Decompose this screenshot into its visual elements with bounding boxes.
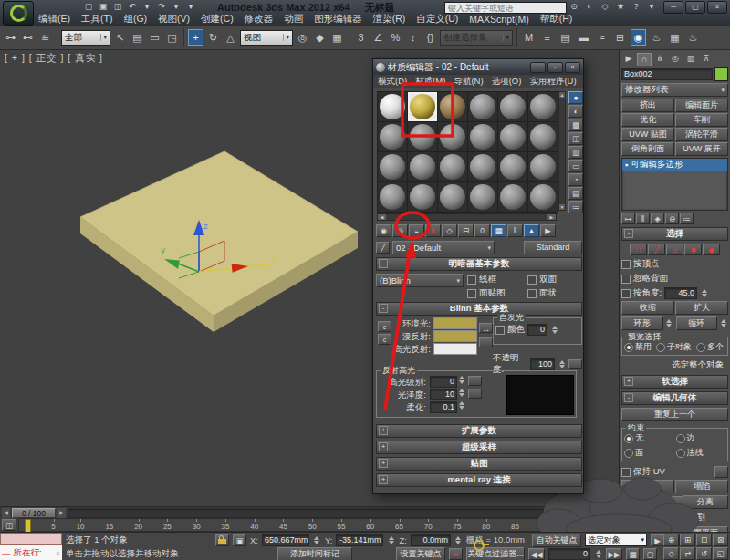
rollout-extended-parameters[interactable]: + 扩展参数 [376, 424, 582, 438]
me-menu-item[interactable]: 模式(D) [378, 76, 407, 88]
go-to-end-icon[interactable]: ▶▶ [606, 548, 622, 560]
show-end-result-icon[interactable]: ‖ [636, 213, 650, 224]
me-menu-item[interactable]: 实用程序(U) [529, 76, 576, 88]
glossiness-field[interactable]: 10 [430, 389, 457, 400]
snap-toggle-3-icon[interactable]: 3 [353, 29, 369, 46]
orbit-icon[interactable]: ↺ [696, 547, 712, 560]
grow-button[interactable]: 扩大 [675, 301, 728, 315]
infocenter-icon[interactable]: ◐ [583, 1, 596, 13]
open-file-icon[interactable]: ▣ [97, 1, 110, 13]
material-type-button[interactable]: Standard [524, 241, 582, 254]
set-keys-key-icon[interactable] [474, 540, 485, 551]
rollout-expand-icon[interactable]: + [379, 475, 388, 484]
rollout-expand-icon[interactable]: + [379, 442, 388, 451]
new-file-icon[interactable]: ▢ [82, 1, 95, 13]
object-color-swatch[interactable] [714, 67, 728, 81]
opacity-map-button[interactable] [568, 359, 582, 369]
set-key-button[interactable]: 设置关键点 [396, 547, 445, 560]
rendered-frame-window-icon[interactable]: ▦ [667, 29, 683, 46]
rollout-edit-geometry[interactable]: - 编辑几何体 [621, 391, 728, 405]
maxscript-mini-listener[interactable]: — 所在行: < [0, 533, 62, 560]
material-sample[interactable] [408, 122, 437, 151]
maximize-viewport-icon[interactable]: ◱ [713, 547, 728, 560]
soften-field[interactable]: 0.1 [430, 401, 457, 413]
pan-icon[interactable]: ⇄ [680, 547, 695, 560]
rollout-collapse-icon[interactable]: - [624, 229, 633, 238]
sample-type-icon[interactable]: ● [568, 91, 583, 104]
tab-utilities-icon[interactable]: ⊼ [699, 53, 714, 66]
material-sample[interactable] [468, 92, 497, 121]
rollout-shader-basic[interactable]: - 明暗器基本参数 [376, 257, 582, 271]
sample-uv-tiling-icon[interactable]: ◫ [568, 132, 583, 145]
align-icon[interactable]: ≡ [539, 29, 555, 46]
material-sample-textured[interactable] [438, 92, 467, 121]
time-slider-handle[interactable]: 0 / 100 [12, 508, 56, 518]
time-slider-track[interactable] [68, 508, 617, 518]
zoom-region-icon[interactable]: ⊠ [713, 534, 728, 546]
modifier-button[interactable]: UVW 贴图 [621, 128, 674, 141]
ribbon-toggle-icon[interactable]: ▬ [576, 29, 591, 46]
scroll-right-icon[interactable]: ▶ [548, 214, 556, 220]
show-map-in-viewport-icon[interactable]: ▦ [491, 224, 506, 237]
material-sample[interactable] [408, 152, 437, 181]
background-icon[interactable]: ▩ [568, 119, 583, 131]
angle-snap-icon[interactable]: ∠ [370, 29, 386, 46]
auto-key-button[interactable]: 自动关键点 [532, 534, 581, 547]
material-sample[interactable] [438, 182, 467, 212]
schematic-view-icon[interactable]: ⊞ [612, 29, 628, 46]
select-by-material-icon[interactable]: ▤ [568, 187, 583, 200]
element-mode-icon[interactable]: ◆ [703, 244, 720, 255]
material-sample[interactable] [528, 182, 558, 212]
scroll-down-icon[interactable]: ▼ [559, 204, 565, 210]
material-sample[interactable] [498, 122, 527, 151]
material-name-dropdown[interactable]: 02 - Default ▾ [392, 241, 495, 254]
repeat-last-button[interactable]: 重复上一个 [621, 408, 728, 421]
help-dropdown-icon[interactable]: ▾ [645, 1, 658, 13]
menu-item[interactable]: 渲染(R) [373, 13, 406, 26]
help-icon[interactable]: ? [630, 1, 642, 13]
add-time-tag-button[interactable]: 添加时间标记 [277, 547, 352, 560]
modifier-button[interactable]: 编辑面片 [675, 99, 728, 112]
tab-modify-icon[interactable]: ∩ [637, 53, 652, 66]
rollout-collapse-icon[interactable]: - [379, 304, 388, 313]
preview-subobject-radio[interactable]: 子对象 [656, 341, 692, 353]
quick-access-dropdown-icon[interactable]: ▾ [184, 1, 197, 13]
self-illum-value-field[interactable]: 0 [527, 324, 548, 336]
go-to-start-icon[interactable]: ◀◀ [528, 548, 545, 560]
diffuse-map-button[interactable] [479, 337, 493, 347]
redo-icon[interactable]: ↷ [155, 1, 168, 13]
specular-level-map-button[interactable] [468, 376, 482, 386]
preserve-uv-settings-button[interactable] [714, 466, 728, 478]
previous-frame-icon[interactable]: ◀ [2, 508, 10, 518]
select-by-name-icon[interactable]: ▤ [130, 29, 145, 46]
select-and-move-icon[interactable]: + [188, 29, 203, 46]
tab-motion-icon[interactable]: ◎ [668, 53, 683, 66]
select-object-icon[interactable]: ↖ [112, 29, 128, 46]
render-setup-icon[interactable]: ♨ [649, 29, 664, 46]
me-close-button[interactable]: × [565, 62, 580, 73]
backlight-icon[interactable]: ◐ [568, 105, 583, 118]
listener-pane[interactable]: — 所在行: < [0, 545, 62, 560]
named-selection-sets-dropdown[interactable]: 创建选择集▾ [440, 30, 513, 46]
go-to-parent-icon[interactable]: ▲ [524, 224, 539, 237]
transform-type-in-toggle-icon[interactable]: ▣ [233, 534, 246, 546]
select-and-scale-icon[interactable]: △ [223, 29, 238, 46]
select-and-manipulate-icon[interactable]: ◆ [312, 29, 328, 46]
undo-dropdown-icon[interactable]: ▾ [141, 1, 153, 13]
constraint-normal-radio[interactable]: 法线 [676, 447, 726, 459]
polygon-mode-icon[interactable]: ■ [684, 244, 702, 255]
close-button[interactable]: × [707, 1, 727, 14]
soften-spinner[interactable] [457, 401, 465, 410]
material-sample[interactable] [498, 182, 527, 212]
coord-y-field[interactable]: -35.141mm [336, 534, 383, 546]
render-production-icon[interactable]: ♨ [685, 29, 701, 46]
go-forward-to-sibling-icon[interactable]: ▶ [540, 224, 556, 237]
minimize-button[interactable]: ─ [663, 1, 683, 14]
tab-hierarchy-icon[interactable]: ⋔ [652, 53, 667, 66]
scroll-left-icon[interactable]: ◀ [378, 214, 386, 220]
menu-item[interactable]: 动画 [284, 13, 303, 26]
angle-spinner[interactable] [700, 289, 708, 297]
material-sample[interactable] [438, 152, 467, 181]
material-sample[interactable] [378, 122, 407, 151]
ring-spinner[interactable] [665, 319, 673, 327]
